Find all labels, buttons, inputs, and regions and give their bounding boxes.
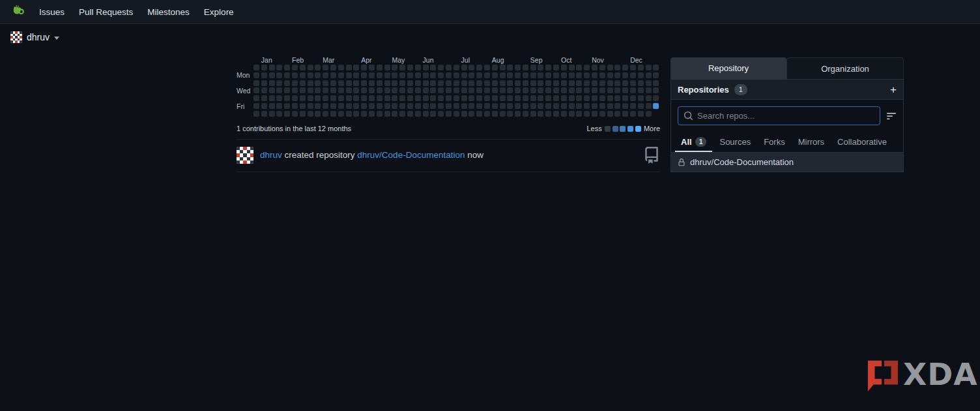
heatmap-cell[interactable] (369, 95, 375, 101)
heatmap-cell[interactable] (523, 80, 528, 86)
heatmap-cell[interactable] (292, 95, 298, 101)
heatmap-cell[interactable] (338, 80, 344, 86)
heatmap-cell[interactable] (561, 65, 567, 70)
heatmap-cell[interactable] (300, 95, 306, 101)
heatmap-cell[interactable] (576, 72, 582, 78)
heatmap-cell[interactable] (438, 72, 444, 78)
heatmap-cell[interactable] (614, 80, 620, 86)
repo-search-input[interactable] (697, 111, 874, 121)
heatmap-cell[interactable] (284, 87, 290, 93)
heatmap-cell[interactable] (399, 111, 405, 117)
heatmap-cell[interactable] (607, 111, 613, 117)
heatmap-cell[interactable] (630, 72, 636, 78)
heatmap-cell[interactable] (592, 103, 598, 109)
heatmap-cell[interactable] (599, 87, 605, 93)
heatmap-cell[interactable] (553, 65, 559, 70)
heatmap-cell[interactable] (638, 103, 644, 109)
heatmap-cell[interactable] (584, 111, 590, 117)
tab-organization[interactable]: Organization (786, 57, 904, 79)
heatmap-cell[interactable] (622, 65, 628, 70)
heatmap-cell[interactable] (607, 65, 613, 70)
heatmap-cell[interactable] (308, 65, 313, 70)
heatmap-cell[interactable] (323, 103, 328, 109)
heatmap-cell[interactable] (476, 103, 482, 109)
heatmap-cell[interactable] (353, 65, 359, 70)
heatmap-cell[interactable] (338, 87, 344, 93)
heatmap-cell[interactable] (392, 65, 397, 70)
heatmap-cell[interactable] (638, 87, 644, 93)
heatmap-cell[interactable] (253, 87, 259, 93)
heatmap-cell[interactable] (315, 72, 321, 78)
heatmap-cell[interactable] (630, 95, 636, 101)
heatmap-cell[interactable] (415, 87, 421, 93)
heatmap-cell[interactable] (276, 95, 282, 101)
heatmap-cell[interactable] (446, 80, 452, 86)
heatmap-cell[interactable] (423, 72, 429, 78)
heatmap-cell[interactable] (484, 65, 490, 70)
heatmap-cell[interactable] (284, 111, 290, 117)
heatmap-cell[interactable] (468, 72, 474, 78)
heatmap-cell[interactable] (315, 87, 321, 93)
heatmap-cell[interactable] (614, 95, 620, 101)
filter-forks[interactable]: Forks (758, 132, 791, 152)
heatmap-cell[interactable] (507, 95, 513, 101)
heatmap-cell[interactable] (630, 103, 636, 109)
heatmap-cell[interactable] (614, 87, 620, 93)
heatmap-cell[interactable] (423, 80, 429, 86)
heatmap-cell[interactable] (515, 111, 521, 117)
heatmap-cell[interactable] (438, 65, 444, 70)
heatmap-cell[interactable] (476, 80, 482, 86)
heatmap-cell[interactable] (607, 87, 613, 93)
heatmap-cell[interactable] (538, 65, 543, 70)
heatmap-cell[interactable] (323, 80, 328, 86)
heatmap-cell[interactable] (399, 87, 405, 93)
heatmap-cell[interactable] (361, 95, 367, 101)
heatmap-cell[interactable] (253, 72, 259, 78)
heatmap-cell[interactable] (646, 65, 652, 70)
heatmap-cell[interactable] (653, 95, 659, 101)
heatmap-cell[interactable] (377, 111, 382, 117)
heatmap-cell[interactable] (300, 111, 306, 117)
heatmap-cell[interactable] (530, 103, 536, 109)
heatmap-cell[interactable] (646, 87, 652, 93)
heatmap-cell[interactable] (553, 87, 559, 93)
heatmap-cell[interactable] (330, 65, 336, 70)
heatmap-cell[interactable] (346, 111, 352, 117)
heatmap-cell[interactable] (569, 87, 575, 93)
heatmap-cell[interactable] (630, 111, 636, 117)
heatmap-cell[interactable] (622, 111, 628, 117)
heatmap-cell[interactable] (323, 111, 328, 117)
heatmap-cell[interactable] (599, 103, 605, 109)
heatmap-cell[interactable] (653, 103, 659, 109)
heatmap-cell[interactable] (638, 95, 644, 101)
heatmap-cell[interactable] (407, 80, 413, 86)
heatmap-cell[interactable] (369, 72, 375, 78)
heatmap-cell[interactable] (284, 72, 290, 78)
heatmap-cell[interactable] (377, 87, 382, 93)
heatmap-cell[interactable] (584, 80, 590, 86)
heatmap-cell[interactable] (446, 95, 452, 101)
heatmap-cell[interactable] (607, 72, 613, 78)
heatmap-cell[interactable] (592, 72, 598, 78)
heatmap-cell[interactable] (454, 87, 459, 93)
heatmap-cell[interactable] (476, 95, 482, 101)
heatmap-cell[interactable] (545, 80, 551, 86)
heatmap-cell[interactable] (261, 65, 267, 70)
heatmap-cell[interactable] (323, 72, 328, 78)
heatmap-cell[interactable] (292, 72, 298, 78)
heatmap-cell[interactable] (300, 80, 306, 86)
heatmap-cell[interactable] (500, 72, 506, 78)
heatmap-cell[interactable] (569, 95, 575, 101)
heatmap-cell[interactable] (530, 111, 536, 117)
heatmap-cell[interactable] (484, 103, 490, 109)
heatmap-cell[interactable] (269, 65, 275, 70)
heatmap-cell[interactable] (607, 80, 613, 86)
heatmap-cell[interactable] (269, 80, 275, 86)
heatmap-cell[interactable] (576, 95, 582, 101)
heatmap-cell[interactable] (430, 65, 436, 70)
heatmap-cell[interactable] (438, 95, 444, 101)
heatmap-cell[interactable] (614, 111, 620, 117)
heatmap-cell[interactable] (384, 72, 390, 78)
heatmap-cell[interactable] (515, 80, 521, 86)
heatmap-cell[interactable] (399, 95, 405, 101)
